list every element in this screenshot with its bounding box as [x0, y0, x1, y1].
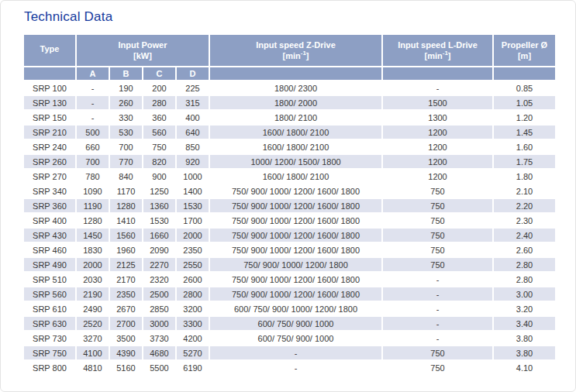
cell-d: 2350: [177, 243, 209, 256]
cell-type: SRP 730: [24, 332, 75, 345]
header-z-drive-title: Input speed Z-Drive: [210, 40, 381, 50]
cell-a: 2490: [77, 302, 109, 315]
cell-z: 600/ 750/ 900/ 1000/ 1200/ 1800: [210, 302, 381, 315]
cell-l: 750: [383, 243, 492, 256]
table-row: SRP 4001280141015301700750/ 900/ 1000/ 1…: [24, 214, 555, 227]
cell-d: 2600: [177, 273, 209, 286]
header-type: Type: [24, 35, 75, 66]
cell-prop: 0.85: [494, 81, 555, 95]
header-sub-d: D: [177, 67, 209, 80]
cell-l: -: [383, 302, 492, 315]
cell-z: 1600/ 1800/ 2100: [210, 126, 381, 139]
header-z-drive: Input speed Z-Drive [min-1]: [210, 35, 381, 66]
cell-z: 1600/ 1800/ 2100: [210, 170, 381, 183]
cell-c: 1660: [143, 229, 175, 242]
cell-d: 3200: [177, 302, 209, 315]
cell-d: 2800: [177, 287, 209, 301]
table-row: SRP 5602190235025002800750/ 900/ 1000/ 1…: [24, 287, 555, 301]
cell-l: 750: [383, 199, 492, 212]
cell-b: 2670: [110, 302, 142, 315]
table-body: SRP 100-1902002251800/ 2300-0.85SRP 130-…: [24, 81, 555, 374]
cell-prop: 3.80: [494, 346, 555, 359]
table-row: SRP 4301450156016602000750/ 900/ 1000/ 1…: [24, 229, 555, 242]
header-input-power: Input Power [kW]: [77, 35, 209, 66]
cell-a: 1830: [77, 243, 109, 256]
cell-z: 750/ 900/ 1000/ 1200/ 1600/ 1800: [210, 229, 381, 242]
cell-c: 200: [143, 81, 175, 95]
cell-prop: 1.60: [494, 140, 555, 153]
cell-prop: 2.10: [494, 184, 555, 198]
cell-b: 1410: [110, 214, 142, 227]
cell-a: 3270: [77, 332, 109, 345]
cell-l: 1500: [383, 96, 492, 109]
table-row: SRP 130-2602803151800/ 200015001.05: [24, 96, 555, 109]
cell-type: SRP 460: [24, 243, 75, 256]
cell-a: 700: [77, 155, 109, 168]
cell-c: 2090: [143, 243, 175, 256]
cell-d: 1700: [177, 214, 209, 227]
cell-l: 1200: [383, 170, 492, 183]
cell-c: 280: [143, 96, 175, 109]
cell-l: 750: [383, 258, 492, 271]
header-input-power-title: Input Power: [77, 40, 209, 50]
cell-a: 1450: [77, 229, 109, 242]
table-row: SRP 2406607007508501600/ 1800/ 210012001…: [24, 140, 555, 153]
cell-a: 1280: [77, 214, 109, 227]
table-row: SRP 4601830196020902350750/ 900/ 1000/ 1…: [24, 243, 555, 256]
page: Technical Data Type Input Power [kW] Inp…: [0, 0, 576, 392]
header-propeller-unit: [m]: [494, 50, 555, 61]
cell-z: -: [210, 361, 381, 374]
cell-b: 1170: [110, 184, 142, 198]
cell-a: -: [77, 81, 109, 95]
cell-prop: 3.80: [494, 332, 555, 345]
cell-prop: 3.20: [494, 302, 555, 315]
cell-prop: 1.05: [494, 96, 555, 109]
cell-b: 260: [110, 96, 142, 109]
header-sub-empty-type: [24, 67, 75, 80]
header-propeller-title: Propeller Ø: [494, 40, 555, 50]
cell-b: 330: [110, 111, 142, 124]
cell-a: 2000: [77, 258, 109, 271]
cell-prop: 1.45: [494, 126, 555, 139]
cell-type: SRP 630: [24, 317, 75, 330]
table-row: SRP 27078084090010001600/ 1800/ 21001200…: [24, 170, 555, 183]
cell-z: 750/ 900/ 1000/ 1200/ 1600/ 1800: [210, 214, 381, 227]
header-row-sub: A B C D: [24, 67, 555, 80]
header-sub-c: C: [143, 67, 175, 80]
cell-type: SRP 750: [24, 346, 75, 359]
table-row: SRP 6102490267028503200600/ 750/ 900/ 10…: [24, 302, 555, 315]
header-sub-empty-l: [383, 67, 492, 80]
cell-l: 1200: [383, 155, 492, 168]
table-row: SRP 5102030217023202600750/ 900/ 1000/ 1…: [24, 273, 555, 286]
cell-d: 640: [177, 126, 209, 139]
cell-a: 660: [77, 140, 109, 153]
cell-b: 5160: [110, 361, 142, 374]
cell-prop: 2.80: [494, 258, 555, 271]
cell-l: 750: [383, 214, 492, 227]
cell-b: 840: [110, 170, 142, 183]
cell-z: 750/ 900/ 1000/ 1200/ 1600/ 1800: [210, 287, 381, 301]
table-row: SRP 2607007708209201000/ 1200/ 1500/ 180…: [24, 155, 555, 168]
cell-c: 750: [143, 140, 175, 153]
cell-prop: 4.10: [494, 361, 555, 374]
cell-z: 750/ 900/ 1000/ 1200/ 1600/ 1800: [210, 243, 381, 256]
cell-c: 2320: [143, 273, 175, 286]
cell-z: 1800/ 2300: [210, 81, 381, 95]
cell-c: 900: [143, 170, 175, 183]
cell-a: 2190: [77, 287, 109, 301]
cell-c: 5500: [143, 361, 175, 374]
cell-d: 1000: [177, 170, 209, 183]
cell-c: 1250: [143, 184, 175, 198]
cell-d: 315: [177, 96, 209, 109]
table-row: SRP 150-3303604001800/ 210013001.20: [24, 111, 555, 124]
header-sub-a: A: [77, 67, 109, 80]
cell-a: 2520: [77, 317, 109, 330]
cell-type: SRP 130: [24, 96, 75, 109]
cell-c: 2850: [143, 302, 175, 315]
cell-b: 530: [110, 126, 142, 139]
table-row: SRP 8004810516055006190-7504.10: [24, 361, 555, 374]
cell-c: 820: [143, 155, 175, 168]
table-row: SRP 3601190128013601530750/ 900/ 1000/ 1…: [24, 199, 555, 212]
cell-l: 750: [383, 184, 492, 198]
cell-z: -: [210, 346, 381, 359]
